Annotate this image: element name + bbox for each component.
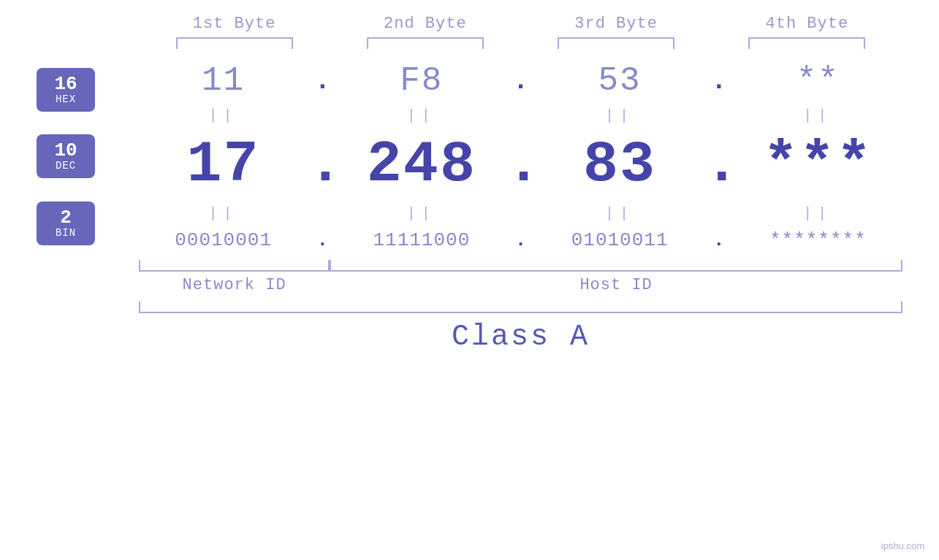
- class-label-row: Class A: [139, 321, 902, 353]
- watermark: ipshu.com: [881, 540, 924, 551]
- class-a-label: Class A: [452, 321, 590, 353]
- sep-hex-dec: || || || ||: [139, 106, 902, 126]
- data-grid: 11 . F8 . 53 . ** || || || || 17: [139, 56, 902, 257]
- dec-dot-1: .: [308, 131, 337, 198]
- main-container: 1st Byte 2nd Byte 3rd Byte 4th Byte 16 H…: [0, 0, 939, 560]
- dec-number: 10: [54, 141, 77, 160]
- hex-b1: 11: [139, 62, 308, 100]
- bracket-wrap-2: [330, 37, 520, 49]
- bin-dot-1: .: [308, 229, 337, 251]
- hex-label: HEX: [56, 93, 76, 105]
- dec-dot-3: .: [704, 131, 734, 198]
- bin-dot-2: .: [506, 229, 536, 251]
- labels-column: 16 HEX 10 DEC 2 BIN: [37, 56, 139, 257]
- sep-hd-3: ||: [536, 107, 704, 124]
- sep-hd-dot-1: [308, 107, 337, 124]
- byte-headers-row: 1st Byte 2nd Byte 3rd Byte 4th Byte: [37, 15, 902, 33]
- bin-b4: ********: [734, 229, 902, 251]
- bracket-wrap-1: [139, 37, 330, 49]
- hex-dot-3: .: [704, 66, 734, 96]
- hex-row: 11 . F8 . 53 . **: [139, 56, 902, 106]
- sep-db-4: ||: [734, 205, 902, 222]
- byte-header-2: 2nd Byte: [330, 15, 520, 33]
- sep-db-2: ||: [337, 205, 506, 222]
- hex-badge: 16 HEX: [37, 68, 95, 112]
- sep-db-3: ||: [536, 205, 704, 222]
- sep-db-dot-2: [506, 205, 536, 222]
- sep-hd-1: ||: [139, 107, 308, 124]
- bracket-wrap-3: [521, 37, 712, 49]
- bracket-wrap-4: [712, 37, 902, 49]
- dec-b1: 17: [139, 131, 308, 198]
- host-id-label: Host ID: [330, 276, 902, 294]
- byte-header-4: 4th Byte: [712, 15, 902, 33]
- network-bracket: [139, 260, 330, 272]
- class-bracket: [139, 302, 902, 313]
- bin-label: BIN: [56, 227, 76, 239]
- dec-b2: 248: [337, 131, 506, 198]
- dec-row: 17 . 248 . 83 . ***: [139, 126, 902, 204]
- dec-dot-2: .: [506, 131, 536, 198]
- hex-b3: 53: [536, 62, 704, 100]
- sep-dec-bin: || || || ||: [139, 204, 902, 223]
- bin-row: 00010001 . 11111000 . 01010011 . *******…: [139, 223, 902, 257]
- byte-header-3: 3rd Byte: [521, 15, 712, 33]
- host-bracket: [330, 260, 902, 272]
- hex-number: 16: [54, 74, 77, 93]
- bin-number: 2: [60, 208, 72, 227]
- sep-db-dot-1: [308, 205, 337, 222]
- sep-hd-2: ||: [337, 107, 506, 124]
- network-id-label: Network ID: [139, 276, 330, 294]
- sep-db-dot-3: [704, 205, 734, 222]
- top-brackets: [37, 37, 902, 49]
- hex-b4: **: [734, 62, 902, 100]
- sep-hd-dot-2: [506, 107, 536, 124]
- bin-b3: 01010011: [536, 229, 704, 251]
- bottom-section: Network ID Host ID: [37, 260, 902, 294]
- sep-db-1: ||: [139, 205, 308, 222]
- top-bracket-1: [176, 37, 293, 49]
- sep-hd-dot-3: [704, 107, 734, 124]
- class-section: Class A: [37, 302, 902, 353]
- bottom-labels: Network ID Host ID: [139, 276, 902, 294]
- bin-dot-3: .: [704, 229, 734, 251]
- dec-badge: 10 DEC: [37, 134, 95, 178]
- dec-b3: 83: [536, 131, 704, 198]
- top-bracket-2: [367, 37, 484, 49]
- bin-badge: 2 BIN: [37, 202, 95, 245]
- dec-b4: ***: [734, 131, 902, 198]
- hex-dot-2: .: [506, 66, 536, 96]
- hex-dot-1: .: [308, 66, 337, 96]
- dec-label: DEC: [56, 160, 76, 172]
- top-bracket-3: [558, 37, 674, 49]
- bin-b1: 00010001: [139, 229, 308, 251]
- bottom-brackets: [139, 260, 902, 272]
- byte-header-1: 1st Byte: [139, 15, 330, 33]
- sep-hd-4: ||: [734, 107, 902, 124]
- main-content: 16 HEX 10 DEC 2 BIN 11 . F8 . 53 . **: [37, 56, 902, 257]
- hex-b2: F8: [337, 62, 506, 100]
- top-bracket-4: [748, 37, 865, 49]
- bin-b2: 11111000: [337, 229, 506, 251]
